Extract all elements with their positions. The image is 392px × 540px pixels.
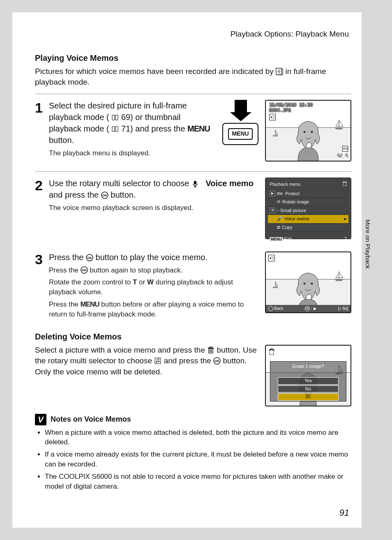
- screen-counter: 4/ 4: [337, 152, 348, 159]
- duration: [♪ 6s]: [338, 306, 348, 312]
- divider: [35, 94, 351, 94]
- option-voice-memo-only: [278, 393, 338, 400]
- voice-memo-file-icon: [276, 68, 283, 75]
- intro-text-a: Pictures for which voice memos have been…: [35, 67, 276, 76]
- play-control: OK:▶: [305, 306, 317, 312]
- step-3-row: 3 Press the OK button to play the voice …: [35, 252, 351, 327]
- t: Press the: [49, 300, 81, 308]
- play-icon: ▶: [314, 306, 317, 312]
- menu-word: MENU: [187, 124, 210, 133]
- t: Use the rotary multi selector to choose: [49, 179, 191, 188]
- svg-point-4: [311, 131, 313, 133]
- step-2-body: Use the rotary multi selector to choose …: [49, 178, 260, 215]
- small-pic-icon: ▫: [277, 208, 279, 214]
- step-2-row: 2 Use the rotary multi selector to choos…: [35, 178, 351, 239]
- heading-deleting-voice-memos: Deleting Voice Memos: [35, 331, 351, 342]
- step-1-illustration: MENU 15/05/2010 15:30 0004.JPG: [222, 100, 351, 162]
- menu-item-small-picture: ⚙▫Small picture: [268, 207, 348, 215]
- menu-item-rotate: ⟳Rotate image: [268, 198, 348, 206]
- erase-confirm-screen: Erase 1 image? Yes No: [265, 345, 351, 406]
- svg-point-17: [311, 282, 313, 284]
- menu-badge: MENU: [270, 237, 283, 241]
- ok-button-icon: OK: [86, 254, 93, 261]
- step-2-number: 2: [35, 178, 49, 192]
- menu-item-voice-memo: 🎤Voice memo▸: [268, 215, 348, 223]
- svg-rect-9: [343, 182, 346, 186]
- option-yes: Yes: [278, 377, 338, 384]
- deleting-illustration: Erase 1 image? Yes No: [265, 345, 351, 406]
- trash-icon: [207, 346, 214, 354]
- trash-icon: [268, 348, 275, 355]
- svg-rect-35: [270, 348, 273, 349]
- size-badge: 4M: [342, 146, 348, 152]
- menu-word: MENU: [81, 300, 99, 308]
- note-item: The COOLPIX S6000 is not able to record …: [45, 472, 351, 492]
- play-tab-icon: ▶: [270, 191, 275, 196]
- help-icon: ?: [344, 236, 347, 242]
- sailboat-icon: [333, 270, 345, 282]
- svg-point-27: [158, 361, 159, 362]
- step-2-illustration: Playback menu ▶OπProtect ⟳Rotate image ⚙…: [265, 178, 351, 239]
- t: and press the: [164, 356, 213, 365]
- svg-rect-6: [194, 181, 196, 185]
- step-2: 2 Use the rotary multi selector to choos…: [35, 178, 260, 215]
- sailboat-icon: [272, 281, 279, 288]
- svg-point-3: [304, 131, 306, 133]
- svg-point-5: [271, 116, 272, 118]
- step-1-row: 1 Select the desired picture in full-fra…: [35, 100, 351, 166]
- step-1-body: Select the desired picture in full-frame…: [49, 100, 217, 161]
- book-icon: [111, 125, 119, 133]
- zoom-w: W: [147, 278, 154, 286]
- menu-title: Playback menu: [270, 181, 300, 187]
- voice-memo-note-icon: [154, 357, 161, 365]
- option-no: No: [278, 385, 338, 392]
- svg-text:OK: OK: [214, 359, 219, 363]
- menu-item-label: Small picture: [280, 208, 307, 214]
- screen-datetime: 15/05/2010 15:30: [269, 102, 313, 108]
- chevron-right-icon: ▸: [344, 216, 347, 222]
- menu-button-label: MENU: [228, 128, 253, 140]
- t: button.: [49, 136, 74, 145]
- svg-rect-33: [270, 350, 274, 355]
- side-tab-label: More on Playback: [362, 215, 374, 277]
- deleting-paragraph: Select a picture with a voice memo and p…: [35, 345, 260, 378]
- step-3-number: 3: [35, 252, 49, 266]
- notes-list: When a picture with a voice memo attache…: [35, 428, 351, 492]
- svg-text:OK: OK: [102, 194, 107, 197]
- zoom-t: T: [133, 278, 137, 286]
- svg-text:OK: OK: [87, 256, 92, 260]
- voice-memo-bold: Voice memo: [206, 179, 254, 188]
- step-1-number: 1: [35, 101, 49, 115]
- copy-icon: ⧉: [277, 224, 280, 231]
- t: button again to stop playback.: [90, 266, 182, 274]
- step-1-title: Select the desired picture in full-frame…: [49, 100, 213, 146]
- t: Press the: [49, 266, 81, 274]
- playback-menu-screen: Playback menu ▶OπProtect ⟳Rotate image ⚙…: [265, 178, 351, 239]
- camera-screen-playback: 15/05/2010 15:30 0004.JPG 4M 4/ 4: [265, 100, 351, 162]
- step-3: 3 Press the OK button to play the voice …: [35, 252, 260, 322]
- screen-filename: 0004.JPG: [269, 108, 313, 113]
- step-1: 1 Select the desired picture in full-fra…: [35, 100, 217, 161]
- step-3-sub1: Press the OK button again to stop playba…: [49, 265, 256, 275]
- arrow-down-icon: [230, 112, 251, 121]
- breadcrumb: Playback Options: Playback Menu: [35, 29, 351, 40]
- sailboat-icon: [333, 119, 345, 130]
- time-value: 6s: [343, 306, 347, 311]
- t: button to play the voice memo.: [96, 253, 208, 262]
- menu-item-label: Voice memo: [284, 216, 309, 222]
- menu-button-press-illustration: MENU: [222, 100, 259, 145]
- svg-point-1: [278, 71, 279, 72]
- setup-tab-icon: ⚙: [270, 208, 275, 213]
- ok-button-icon: OK: [81, 266, 88, 274]
- erase-question: Erase 1 image?: [292, 362, 324, 371]
- ok-button-icon: OK: [213, 357, 221, 365]
- svg-rect-10: [343, 182, 347, 182]
- page-number: 91: [339, 507, 349, 519]
- voice-memo-controls-bar: Back OK:▶ [♪ 6s]: [266, 305, 350, 312]
- erase-dialog: Erase 1 image? Yes No: [270, 361, 346, 402]
- ok-icon: OK: [305, 306, 310, 311]
- t: Rotate the zoom control to: [49, 278, 133, 286]
- book-icon: [111, 114, 119, 121]
- back-control: Back: [268, 306, 283, 312]
- voice-memo-badge-icon: [269, 114, 276, 120]
